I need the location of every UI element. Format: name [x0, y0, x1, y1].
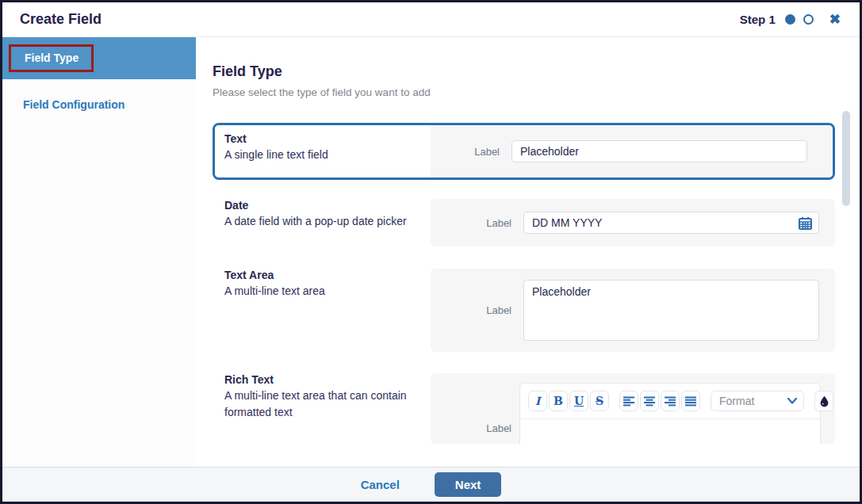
- step-label: Step 1: [740, 13, 776, 26]
- italic-icon: I: [535, 395, 541, 407]
- format-dropdown-value: Format: [719, 395, 787, 407]
- align-center-icon: [644, 396, 656, 407]
- main-panel: Field Type Please select the type of fie…: [196, 37, 860, 467]
- step-indicator: Step 1 ✖: [740, 13, 860, 26]
- dialog-header: Create Field Step 1 ✖: [2, 2, 860, 37]
- option-description: A single line text field: [224, 147, 431, 163]
- rich-text-editor[interactable]: I B U S: [519, 383, 821, 444]
- create-field-dialog: Create Field Step 1 ✖ Field Type Field C…: [0, 0, 862, 504]
- option-rich-text-info: Rich Text A multi-line text area that ca…: [224, 372, 429, 421]
- option-title: Text: [224, 131, 431, 147]
- page-subtitle: Please select the type of field you want…: [213, 86, 431, 98]
- label-caption: Label: [431, 304, 511, 316]
- align-right-icon: [665, 396, 676, 407]
- chevron-down-icon: [787, 398, 797, 404]
- align-left-icon: [623, 396, 635, 407]
- underline-button[interactable]: U: [569, 391, 588, 411]
- bold-icon: B: [554, 395, 563, 407]
- option-text-info: Text A single line text field: [215, 125, 431, 178]
- sidebar: Field Type Field Configuration: [2, 37, 196, 467]
- close-icon[interactable]: ✖: [829, 13, 841, 26]
- text-color-button[interactable]: [814, 391, 833, 411]
- align-right-button[interactable]: [661, 391, 680, 411]
- label-caption: Label: [431, 217, 511, 229]
- italic-button[interactable]: I: [528, 391, 547, 411]
- dialog-title: Create Field: [2, 11, 102, 28]
- format-dropdown[interactable]: Format: [711, 391, 804, 411]
- cancel-button[interactable]: Cancel: [361, 478, 400, 491]
- label-caption: Label: [431, 422, 511, 434]
- calendar-icon[interactable]: [799, 216, 812, 232]
- option-description: A multi-line text area that can contain …: [224, 388, 429, 421]
- align-button-group: [619, 391, 700, 411]
- step-dot-2-empty: [803, 14, 814, 25]
- option-text[interactable]: Text A single line text field Label Plac…: [213, 123, 835, 180]
- page-title: Field Type: [213, 63, 282, 80]
- droplet-icon: [819, 395, 829, 407]
- annotation-highlight-box: Field Type: [9, 44, 94, 72]
- option-title: Rich Text: [224, 372, 429, 388]
- label-caption: Label: [431, 146, 500, 158]
- option-title: Text Area: [224, 267, 429, 283]
- dialog-footer: Cancel Next: [2, 467, 860, 502]
- align-justify-icon: [685, 396, 697, 407]
- textarea-label-input[interactable]: Placeholder: [523, 280, 819, 341]
- format-button-group: I B U S: [528, 391, 609, 411]
- sidebar-item-label: Field Type: [25, 52, 79, 64]
- underline-icon: U: [574, 395, 584, 407]
- rich-text-toolbar: I B U S: [520, 384, 820, 419]
- option-text-area-info: Text Area A multi-line text area: [224, 267, 429, 300]
- option-rich-text[interactable]: Label I B U S: [431, 373, 835, 444]
- strikethrough-button[interactable]: S: [590, 391, 609, 411]
- option-date-info: Date A date field with a pop-up date pic…: [224, 197, 429, 230]
- text-label-input[interactable]: Placeholder: [511, 140, 807, 162]
- align-left-button[interactable]: [619, 391, 638, 411]
- next-button[interactable]: Next: [435, 472, 502, 497]
- sidebar-item-field-configuration[interactable]: Field Configuration: [2, 79, 196, 111]
- scrollbar-thumb[interactable]: [842, 111, 850, 206]
- strikethrough-icon: S: [596, 395, 603, 407]
- option-description: A date field with a pop-up date picker: [224, 213, 429, 230]
- dialog-body: Field Type Field Configuration Field Typ…: [2, 37, 860, 467]
- step-dot-1-filled: [785, 14, 795, 25]
- sidebar-item-field-type[interactable]: Field Type: [2, 37, 196, 79]
- option-date[interactable]: Label DD MM YYYY: [431, 199, 835, 246]
- option-description: A multi-line text area: [224, 283, 429, 300]
- option-text-preview: Label Placeholder: [431, 125, 833, 178]
- option-text-area[interactable]: Label Placeholder: [431, 269, 835, 352]
- date-label-input[interactable]: DD MM YYYY: [523, 212, 819, 234]
- date-placeholder-text: DD MM YYYY: [532, 216, 602, 229]
- option-title: Date: [224, 197, 429, 213]
- align-center-button[interactable]: [640, 391, 659, 411]
- align-justify-button[interactable]: [681, 391, 700, 411]
- bold-button[interactable]: B: [549, 391, 568, 411]
